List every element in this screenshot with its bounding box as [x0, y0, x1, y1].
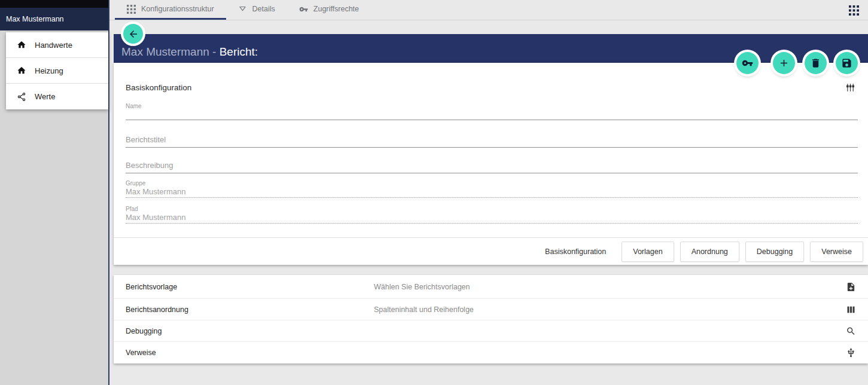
save-icon: [841, 57, 852, 69]
section-title: Basiskonfiguration: [126, 83, 191, 92]
list-row-label: Berichtsanordnung: [126, 305, 374, 314]
list-row-berichtsvorlage[interactable]: Berichtsvorlage Wählen Sie Berichtsvorla…: [114, 275, 868, 299]
sidebar-title: Max Mustermann: [6, 15, 64, 23]
list-row-description: Spalteninhalt und Reihenfolge: [374, 305, 474, 314]
tab-details[interactable]: Details: [226, 0, 287, 20]
back-button[interactable]: [123, 24, 143, 44]
tab-konfigurationsstruktur[interactable]: Konfigurationsstruktur: [115, 0, 226, 20]
arrow-back-icon: [128, 29, 139, 39]
list-row-berichtsanordnung[interactable]: Berichtsanordnung Spalteninhalt und Reih…: [114, 299, 868, 320]
tab-label: Konfigurationsstruktur: [141, 5, 214, 13]
sidebar-header: Max Mustermann: [0, 8, 108, 30]
footer-button-verweise[interactable]: Verweise: [810, 242, 863, 262]
filter-icon: [238, 5, 247, 14]
trash-icon: [810, 57, 821, 69]
sidebar: Max Mustermann Handwerte Heizung: [0, 0, 108, 385]
list-row-verweise[interactable]: Verweise: [114, 342, 868, 363]
page-title-emphasis: Bericht:: [220, 45, 258, 58]
page-title-prefix: Max Mustermann -: [121, 45, 220, 58]
sidebar-top-strip: [0, 0, 108, 8]
sidebar-divider: [108, 0, 109, 385]
gruppe-field: [126, 197, 858, 198]
tab-bar: Konfigurationsstruktur Details Zugriffsr…: [109, 0, 868, 20]
sidebar-item-heizung[interactable]: Heizung: [6, 58, 108, 84]
view-column-icon: [846, 304, 856, 314]
grid-icon: [127, 5, 136, 14]
gruppe-field-value: Max Mustermann: [126, 187, 185, 196]
home-icon: [17, 66, 26, 75]
footer-button-anordnung[interactable]: Anordnung: [680, 242, 739, 262]
delete-button[interactable]: [805, 52, 827, 74]
home-icon: [17, 40, 26, 50]
usb-icon: [846, 348, 856, 358]
pfad-field: [126, 223, 858, 224]
plus-icon: [778, 57, 790, 69]
form-card: Basiskonfiguration Name Berichtstitel Be…: [114, 63, 868, 265]
field-label-name: Name: [126, 103, 142, 109]
beschreibung-field[interactable]: Beschreibung: [126, 161, 858, 173]
list-row-label: Debugging: [126, 327, 374, 335]
key-icon: [742, 57, 753, 69]
list-row-label: Berichtsvorlage: [126, 283, 374, 291]
list-row-description: Wählen Sie Berichtsvorlagen: [374, 283, 470, 291]
form-card-footer: Basiskonfiguration Vorlagen Anordnung De…: [114, 237, 868, 265]
page-title: Max Mustermann - Bericht:: [121, 45, 258, 59]
share-icon: [17, 92, 26, 102]
sidebar-item-label: Heizung: [35, 66, 63, 75]
field-label-gruppe: Gruppe: [126, 180, 145, 187]
footer-button-basiskonfiguration[interactable]: Basiskonfiguration: [535, 242, 616, 261]
add-button[interactable]: [773, 52, 795, 74]
list-row-debugging[interactable]: Debugging: [114, 320, 868, 342]
name-field[interactable]: [126, 120, 858, 120]
tab-label: Details: [252, 5, 275, 13]
sidebar-item-label: Werte: [35, 92, 55, 101]
app-window: Max Mustermann Handwerte Heizung: [0, 0, 868, 385]
tab-zugriffsrechte[interactable]: Zugriffsrechte: [287, 0, 371, 20]
note-add-icon: [846, 282, 856, 292]
sidebar-item-werte[interactable]: Werte: [6, 84, 108, 109]
pfad-field-value: Max Mustermann: [126, 213, 185, 222]
sidebar-menu: Handwerte Heizung Werte: [6, 32, 108, 109]
footer-button-debugging[interactable]: Debugging: [745, 242, 804, 262]
sidebar-item-handwerte[interactable]: Handwerte: [6, 32, 108, 58]
tab-label: Zugriffsrechte: [313, 5, 359, 13]
footer-button-vorlagen[interactable]: Vorlagen: [622, 242, 674, 262]
key-icon: [299, 5, 308, 14]
tune-icon[interactable]: [845, 82, 855, 93]
sidebar-item-label: Handwerte: [35, 41, 72, 50]
field-label-pfad: Pfad: [126, 206, 138, 212]
berichtstitel-field[interactable]: Berichtstitel: [126, 135, 858, 148]
apps-grid-icon[interactable]: [849, 5, 859, 16]
search-icon: [846, 326, 856, 336]
list-row-label: Verweise: [126, 349, 374, 357]
list-card: Berichtsvorlage Wählen Sie Berichtsvorla…: [114, 275, 868, 363]
save-button[interactable]: [836, 52, 858, 74]
key-button[interactable]: [736, 52, 759, 74]
